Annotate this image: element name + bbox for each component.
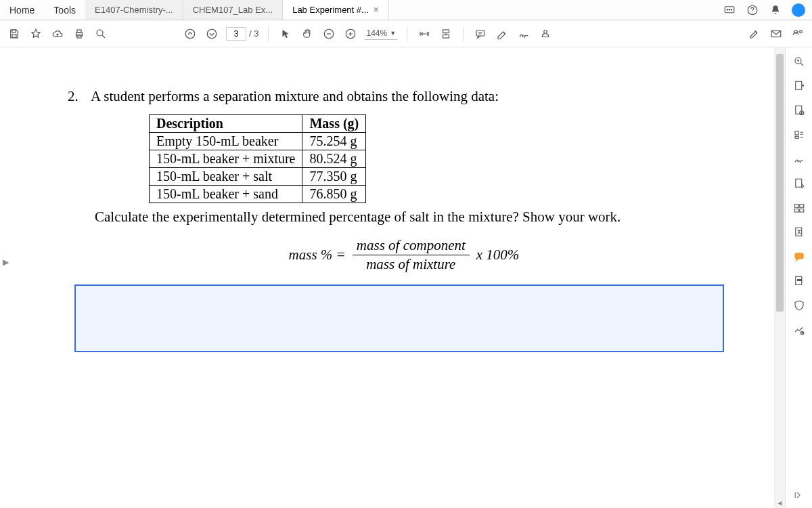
save-icon[interactable] (7, 26, 22, 41)
page-total-label: / 3 (249, 28, 258, 39)
print-icon[interactable] (72, 26, 87, 41)
combine-icon[interactable] (792, 176, 807, 191)
search-plus-icon[interactable] (792, 54, 807, 69)
formula-rhs: x 100% (476, 247, 520, 263)
question-instruction: Calculate the experimentally determined … (95, 209, 740, 226)
question-number: 2. (68, 88, 81, 105)
formula-denominator: mass of mixture (366, 255, 455, 272)
svg-rect-7 (12, 34, 16, 37)
export-pdf-icon[interactable] (792, 79, 807, 93)
svg-point-3 (731, 9, 732, 10)
svg-point-1 (727, 9, 728, 10)
svg-rect-27 (795, 131, 798, 135)
scrollbar[interactable]: ◄ (774, 47, 785, 508)
table-row: 150-mL beaker + sand 76.850 g (150, 186, 366, 203)
svg-point-11 (97, 30, 103, 36)
sign-icon[interactable] (792, 152, 807, 167)
svg-rect-34 (795, 228, 801, 236)
svg-rect-28 (795, 136, 798, 138)
scroll-down-icon[interactable]: ◄ (775, 499, 785, 507)
fit-width-icon[interactable] (417, 26, 432, 41)
cloud-upload-icon[interactable] (50, 26, 65, 41)
svg-rect-18 (476, 30, 484, 35)
document-viewport: 2. A student performs a separation mixtu… (14, 47, 774, 508)
compress-icon[interactable] (792, 225, 807, 240)
answer-input-box[interactable] (74, 284, 724, 352)
share-icon[interactable] (790, 26, 805, 41)
more-tools-icon[interactable] (792, 322, 807, 337)
page-down-icon[interactable] (204, 26, 219, 41)
zoom-out-icon[interactable] (321, 26, 336, 41)
document-page: 2. A student performs a separation mixtu… (14, 47, 774, 352)
header-right-icons (723, 0, 812, 20)
close-icon[interactable]: ✕ (373, 5, 379, 14)
svg-point-2 (729, 9, 730, 10)
pointer-icon[interactable] (278, 26, 293, 41)
bell-icon[interactable] (769, 3, 782, 17)
avatar[interactable] (792, 3, 805, 17)
svg-rect-37 (797, 279, 803, 281)
document-tab-label: Lab Experiment #... (292, 5, 369, 15)
document-tab-label: E1407-Chemistry-... (95, 5, 173, 15)
svg-point-13 (207, 29, 217, 39)
svg-point-5 (752, 12, 752, 13)
svg-rect-31 (799, 205, 803, 208)
edit-icon[interactable] (747, 26, 762, 41)
comment-icon[interactable] (473, 26, 488, 41)
scroll-mode-icon[interactable] (438, 26, 453, 41)
menu-tools[interactable]: Tools (44, 0, 85, 20)
stamp-icon[interactable] (538, 26, 553, 41)
search-icon[interactable] (93, 26, 108, 41)
zoom-select[interactable]: 144% ▼ (365, 27, 397, 40)
hand-icon[interactable] (300, 26, 315, 41)
svg-rect-30 (794, 205, 798, 208)
collapse-sidebar-icon[interactable] (785, 490, 812, 503)
menu-home[interactable]: Home (0, 0, 44, 20)
page-up-icon[interactable] (183, 26, 198, 41)
separator (463, 26, 464, 41)
svg-point-22 (800, 30, 803, 33)
table-header: Mass (g) (302, 115, 366, 133)
signature-icon[interactable] (516, 26, 531, 41)
create-pdf-icon[interactable] (792, 103, 807, 118)
menu-bar: Home Tools E1407-Chemistry-... CHEM107_L… (0, 0, 812, 20)
help-icon[interactable] (746, 3, 759, 17)
document-tab-2[interactable]: Lab Experiment #... ✕ (283, 0, 389, 20)
svg-rect-16 (443, 30, 449, 33)
svg-rect-35 (795, 253, 803, 259)
formula: mass % = mass of component mass of mixtu… (68, 238, 740, 272)
highlight-icon[interactable] (495, 26, 510, 41)
svg-point-12 (185, 29, 195, 39)
table-row: 150-mL beaker + salt 77.350 g (150, 168, 366, 186)
svg-rect-9 (77, 30, 81, 33)
protect-icon[interactable] (792, 298, 807, 313)
document-tab-0[interactable]: E1407-Chemistry-... (85, 0, 183, 20)
table-row: Empty 150-mL beaker 75.254 g (150, 133, 366, 150)
prev-page-arrow-icon[interactable]: ▶ (3, 257, 9, 267)
svg-rect-32 (794, 209, 798, 213)
svg-rect-29 (795, 179, 801, 187)
zoom-value: 144% (366, 28, 387, 38)
table-header: Description (150, 115, 302, 133)
chevron-down-icon: ▼ (390, 30, 396, 37)
toolbar: / 3 144% ▼ (0, 20, 812, 47)
document-tab-1[interactable]: CHEM107_Lab Ex... (183, 0, 284, 20)
table-row: 150-mL beaker + mixture 80.524 g (150, 150, 366, 168)
separator (268, 26, 269, 41)
scrollbar-thumb[interactable] (776, 54, 784, 312)
svg-point-19 (544, 30, 547, 33)
star-icon[interactable] (28, 26, 43, 41)
question-text: A student performs a separation mixture … (91, 88, 499, 105)
comment-tool-icon[interactable] (792, 249, 807, 264)
chat-bubble-icon[interactable] (723, 3, 736, 17)
organize-icon[interactable] (792, 200, 807, 215)
zoom-in-icon[interactable] (343, 26, 358, 41)
edit-pdf-icon[interactable] (792, 127, 807, 142)
redact-icon[interactable] (792, 274, 807, 289)
formula-fraction: mass of component mass of mixture (353, 238, 470, 272)
page-number-input[interactable] (226, 27, 246, 41)
svg-rect-10 (77, 35, 81, 38)
formula-numerator: mass of component (353, 238, 470, 255)
mail-icon[interactable] (769, 26, 784, 41)
page-indicator: / 3 (226, 27, 258, 41)
